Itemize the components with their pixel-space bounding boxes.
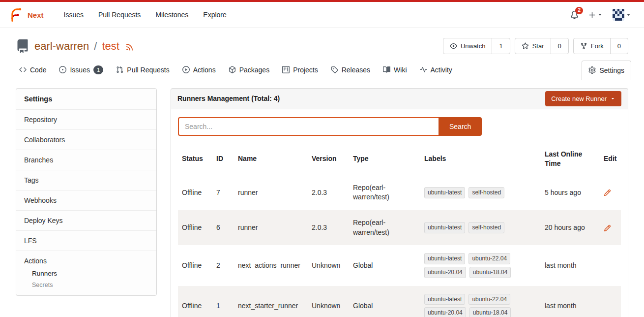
sidebar-item-branches[interactable]: Branches xyxy=(16,150,156,170)
runner-labels-list: ubuntu-latestubuntu-22.04ubuntu-20.04ubu… xyxy=(424,253,531,278)
code-icon xyxy=(19,66,27,73)
user-menu-dropdown[interactable] xyxy=(613,9,631,21)
unwatch-button[interactable]: Unwatch xyxy=(443,38,492,54)
sidebar-item-secrets[interactable]: Secrets xyxy=(32,282,148,288)
runner-label-chip: ubuntu-latest xyxy=(424,294,465,305)
sidebar-item-repository[interactable]: Repository xyxy=(16,109,156,129)
nav-issues-link[interactable]: Issues xyxy=(57,2,91,28)
runners-panel-body: Search Status ID Name Version Type Label… xyxy=(171,109,628,317)
header-type: Type xyxy=(349,143,420,175)
tab-wiki[interactable]: Wiki xyxy=(377,60,413,80)
runner-labels-cell: ubuntu-latestubuntu-22.04ubuntu-20.04ubu… xyxy=(420,286,541,317)
runner-id: 6 xyxy=(212,210,234,245)
runner-last-online: 20 hours ago xyxy=(541,210,600,245)
chevron-down-icon xyxy=(597,12,603,18)
runner-label-chip: ubuntu-20.04 xyxy=(424,267,466,278)
runner-labels-cell: ubuntu-latestself-hosted xyxy=(420,210,541,245)
nav-explore-link[interactable]: Explore xyxy=(196,2,234,28)
main-navbar: Next Issues Pull Requests Milestones Exp… xyxy=(0,2,644,28)
runner-row: Offline6runner2.0.3Repo(earl-warren/test… xyxy=(178,210,621,245)
tab-code[interactable]: Code xyxy=(13,60,53,80)
repo-action-buttons: Unwatch 1 Star 0 Fork 0 xyxy=(443,38,628,54)
tag-icon xyxy=(331,66,338,73)
tab-releases-label: Releases xyxy=(342,66,370,74)
tab-packages[interactable]: Packages xyxy=(222,60,276,80)
watch-button-group: Unwatch 1 xyxy=(443,38,510,54)
repo-owner-link[interactable]: earl-warren xyxy=(34,40,89,53)
user-avatar xyxy=(613,9,624,21)
nav-pull-requests-link[interactable]: Pull Requests xyxy=(91,2,148,28)
runner-edit-cell xyxy=(600,210,621,245)
fork-button-group: Fork 0 xyxy=(573,38,628,54)
fork-icon xyxy=(580,42,587,50)
pulse-icon xyxy=(420,66,427,73)
create-new-dropdown[interactable] xyxy=(588,11,603,19)
project-board-icon xyxy=(282,66,290,73)
runner-search-bar: Search xyxy=(178,117,621,136)
tab-activity-label: Activity xyxy=(431,66,452,74)
repo-path-separator: / xyxy=(94,40,97,53)
sidebar-item-deploy-keys[interactable]: Deploy Keys xyxy=(16,210,156,230)
instance-name: Next xyxy=(28,11,44,19)
fork-label: Fork xyxy=(591,42,604,50)
sidebar-actions-group: Actions Runners Secrets xyxy=(16,251,156,295)
play-circle-icon xyxy=(182,66,190,73)
issues-count-badge: 1 xyxy=(93,65,103,74)
tab-actions[interactable]: Actions xyxy=(176,60,222,80)
star-button[interactable]: Star xyxy=(515,38,551,54)
tab-activity[interactable]: Activity xyxy=(413,60,459,80)
runner-type: Repo(earl-warren/test) xyxy=(349,210,420,245)
rss-feed-button[interactable] xyxy=(125,40,134,53)
edit-runner-button[interactable] xyxy=(604,188,611,198)
sidebar-item-webhooks[interactable]: Webhooks xyxy=(16,190,156,210)
runner-label-chip: ubuntu-18.04 xyxy=(469,267,511,278)
runners-title: Runners Management (Total: 4) xyxy=(177,95,280,102)
star-label: Star xyxy=(532,42,544,50)
header-edit: Edit xyxy=(600,143,621,175)
edit-runner-button[interactable] xyxy=(604,223,611,233)
runner-edit-cell xyxy=(600,245,621,286)
notifications-button[interactable]: 2 xyxy=(570,10,579,19)
runner-label-chip: ubuntu-latest xyxy=(424,222,465,233)
stars-count[interactable]: 0 xyxy=(551,38,568,54)
header-last-online-time: Last Online Time xyxy=(541,143,600,175)
tab-pull-requests[interactable]: Pull Requests xyxy=(110,60,176,80)
runners-table-body: Offline7runner2.0.3Repo(earl-warren/test… xyxy=(178,175,621,317)
pencil-icon xyxy=(604,189,611,196)
header-name: Name xyxy=(234,143,308,175)
runner-edit-cell xyxy=(600,286,621,317)
gear-icon xyxy=(588,66,596,74)
repo-name-link[interactable]: test xyxy=(102,40,119,53)
forks-count[interactable]: 0 xyxy=(610,38,628,54)
repo-icon xyxy=(16,39,29,53)
watchers-count[interactable]: 1 xyxy=(492,38,509,54)
create-new-runner-button[interactable]: Create new Runner xyxy=(545,91,621,106)
eye-icon xyxy=(450,42,457,50)
sidebar-item-lfs[interactable]: LFS xyxy=(16,230,156,251)
settings-sidebar: Settings Repository Collaborators Branch… xyxy=(16,88,157,296)
chevron-down-icon xyxy=(626,12,631,18)
sidebar-item-tags[interactable]: Tags xyxy=(16,170,156,190)
sidebar-item-runners[interactable]: Runners xyxy=(32,270,148,277)
runner-label-chip: ubuntu-22.04 xyxy=(468,253,510,264)
home-link[interactable]: Next xyxy=(9,7,44,22)
runner-label-chip: ubuntu-latest xyxy=(424,187,465,198)
runners-panel: Runners Management (Total: 4) Create new… xyxy=(171,88,628,317)
sidebar-title: Settings xyxy=(16,89,156,109)
runner-row: Offline1next_starter_runnerUnknownGlobal… xyxy=(178,286,621,317)
tab-releases[interactable]: Releases xyxy=(324,60,377,80)
runner-label-chip: ubuntu-latest xyxy=(424,253,465,264)
sidebar-item-collaborators[interactable]: Collaborators xyxy=(16,129,156,150)
tab-code-label: Code xyxy=(30,66,46,74)
search-input[interactable] xyxy=(178,117,439,136)
runner-status: Offline xyxy=(178,210,212,245)
issue-opened-icon xyxy=(59,66,66,73)
runners-table: Status ID Name Version Type Labels Last … xyxy=(178,143,621,317)
tab-settings[interactable]: Settings xyxy=(582,61,631,80)
sidebar-item-actions[interactable]: Actions xyxy=(24,257,148,265)
tab-issues[interactable]: Issues 1 xyxy=(53,60,110,80)
nav-milestones-link[interactable]: Milestones xyxy=(148,2,196,28)
tab-projects[interactable]: Projects xyxy=(276,60,324,80)
fork-button[interactable]: Fork xyxy=(574,38,610,54)
search-button[interactable]: Search xyxy=(439,117,482,136)
